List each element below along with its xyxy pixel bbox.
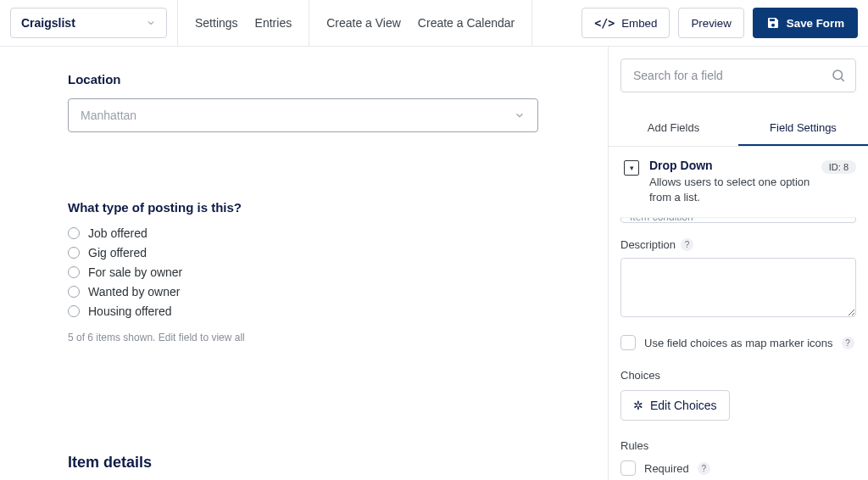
- panel-tabs: Add Fields Field Settings: [609, 111, 868, 147]
- map-marker-setting: Use field choices as map marker icons ?: [620, 335, 856, 350]
- field-type-info: ▾ Drop Down Allows users to select one o…: [620, 147, 856, 218]
- nav-create-calendar[interactable]: Create a Calendar: [418, 16, 515, 30]
- embed-button[interactable]: </> Embed: [581, 8, 670, 38]
- top-toolbar: Craigslist Settings Entries Create a Vie…: [0, 0, 868, 47]
- gear-icon: ✲: [633, 399, 643, 412]
- radio-label: Gig offered: [88, 246, 147, 260]
- form-canvas: Location Manhattan What type of posting …: [0, 47, 609, 480]
- field-id-badge: ID: 8: [821, 160, 856, 174]
- field-search-wrap: [620, 59, 856, 92]
- nav-group-create: Create a View Create a Calendar: [309, 0, 532, 47]
- preview-button[interactable]: Preview: [678, 8, 743, 38]
- description-textarea[interactable]: [620, 258, 856, 317]
- map-marker-label: Use field choices as map marker icons: [644, 337, 833, 349]
- search-icon: [831, 68, 846, 83]
- help-icon[interactable]: ?: [842, 337, 854, 349]
- nav-group-settings: Settings Entries: [177, 0, 309, 47]
- svg-line-1: [841, 78, 843, 81]
- field-item-details[interactable]: Item details: [68, 454, 152, 472]
- help-icon[interactable]: ?: [681, 238, 693, 251]
- radio-icon: [68, 266, 80, 278]
- chevron-down-icon: [514, 109, 526, 121]
- field-type-name: Drop Down: [649, 159, 811, 172]
- radio-option[interactable]: Wanted by owner: [68, 285, 542, 299]
- location-dropdown[interactable]: Manhattan: [68, 98, 538, 132]
- field-type-desc: Allows users to select one option from a…: [649, 175, 811, 205]
- radio-icon: [68, 227, 80, 239]
- dropdown-field-icon: ▾: [624, 160, 639, 176]
- tab-field-settings[interactable]: Field Settings: [738, 111, 868, 146]
- item-details-heading: Item details: [68, 454, 152, 472]
- radio-label: For sale by owner: [88, 265, 182, 279]
- required-label: Required: [644, 462, 689, 475]
- save-icon: [766, 16, 780, 30]
- field-location[interactable]: Location Manhattan: [68, 72, 542, 132]
- nav-settings[interactable]: Settings: [195, 16, 238, 30]
- radio-label: Housing offered: [88, 304, 172, 318]
- tab-add-fields[interactable]: Add Fields: [609, 111, 738, 146]
- map-marker-checkbox[interactable]: [620, 335, 636, 350]
- save-form-button[interactable]: Save Form: [753, 8, 858, 38]
- right-panel: Add Fields Field Settings ▾ Drop Down Al…: [609, 47, 868, 480]
- radio-option[interactable]: Gig offered: [68, 246, 542, 260]
- posting-type-options: Job offered Gig offered For sale by owne…: [68, 226, 542, 318]
- save-form-button-label: Save Form: [787, 17, 844, 30]
- chevron-down-icon: [146, 18, 156, 28]
- required-checkbox[interactable]: [620, 460, 636, 476]
- radio-option[interactable]: Job offered: [68, 226, 542, 240]
- field-label-posting-type: What type of posting is this?: [68, 200, 542, 215]
- field-posting-type[interactable]: What type of posting is this? Job offere…: [68, 200, 542, 343]
- posting-type-hint: 5 of 6 items shown. Edit field to view a…: [68, 332, 542, 343]
- location-dropdown-placeholder: Manhattan: [81, 109, 136, 122]
- radio-icon: [68, 305, 80, 317]
- search-input[interactable]: [620, 59, 856, 92]
- radio-icon: [68, 286, 80, 298]
- help-icon[interactable]: ?: [698, 462, 710, 475]
- radio-label: Job offered: [88, 226, 147, 240]
- embed-icon: </>: [594, 17, 615, 30]
- embed-button-label: Embed: [621, 17, 657, 30]
- rules-heading: Rules: [620, 439, 856, 452]
- nav-create-view[interactable]: Create a View: [326, 16, 401, 30]
- choices-heading: Choices: [620, 369, 856, 382]
- required-setting: Required ?: [620, 460, 856, 476]
- field-label-input[interactable]: Item condition: [620, 218, 856, 223]
- nav-entries[interactable]: Entries: [255, 16, 292, 30]
- radio-label: Wanted by owner: [88, 285, 180, 299]
- form-selector-label: Craigslist: [21, 16, 75, 30]
- svg-point-0: [833, 70, 843, 80]
- radio-icon: [68, 247, 80, 259]
- edit-choices-button[interactable]: ✲ Edit Choices: [620, 390, 730, 421]
- description-label: Description ?: [620, 238, 856, 251]
- field-label-location: Location: [68, 72, 542, 87]
- radio-option[interactable]: For sale by owner: [68, 265, 542, 279]
- preview-button-label: Preview: [691, 17, 731, 30]
- edit-choices-label: Edit Choices: [650, 399, 717, 412]
- radio-option[interactable]: Housing offered: [68, 304, 542, 318]
- form-selector-dropdown[interactable]: Craigslist: [10, 8, 167, 38]
